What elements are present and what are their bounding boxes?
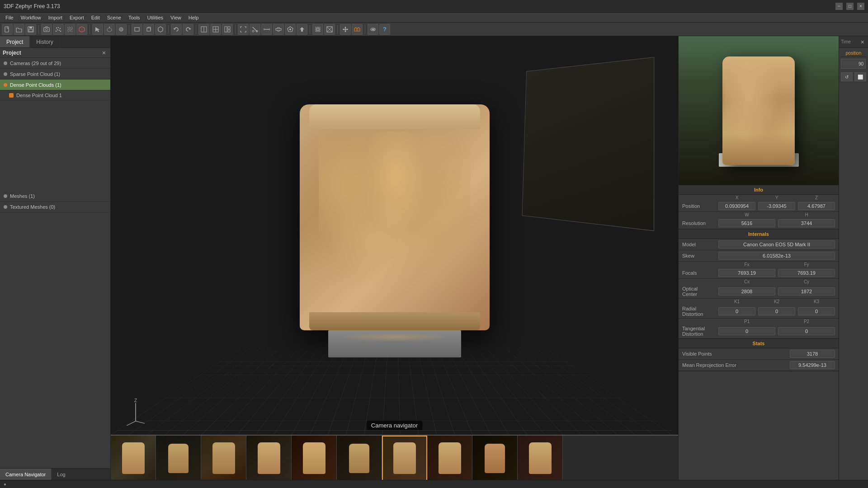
menu-workflow[interactable]: Workflow [17,14,45,21]
tree-meshes[interactable]: Meshes (1) [0,191,110,202]
thumb-sculpture-6 [349,444,369,473]
svg-line-71 [136,421,145,423]
menu-utilities[interactable]: Utilities [144,14,167,21]
toolbar-camera-icon-btn[interactable] [352,24,363,35]
camera-thumb-1[interactable] [111,436,156,480]
viewport-area: Z Camera navigator [111,36,678,480]
thumb-sculpture-7 [393,442,416,474]
toolbar-help-btn[interactable]: ? [379,24,390,35]
svg-point-32 [120,28,122,30]
toolbar-redo-btn[interactable] [183,24,193,35]
toolbar-sep-2 [90,25,90,34]
toolbar-mask-btn[interactable] [368,24,378,35]
tangential-headers: P1 P2 [679,319,839,324]
toolbar-select-btn[interactable] [92,24,103,35]
viewport-3d[interactable]: Z Camera navigator [111,36,678,435]
tab-camera-navigator[interactable]: Camera Navigator [0,469,52,480]
svg-point-17 [68,28,69,29]
right-panel: Info X Y Z Position 0.0930954 -3.09345 4… [678,36,839,480]
toolbar-move-btn[interactable] [340,24,351,35]
dense-cloud-1-label: Dense Point Cloud 1 [16,93,62,98]
menu-scene[interactable]: Scene [104,14,125,21]
camera-thumb-4[interactable] [246,436,292,480]
camera-thumb-7[interactable] [382,436,427,480]
menu-view[interactable]: View [167,14,185,21]
menu-file[interactable]: File [2,14,17,21]
far-right-value-input[interactable] [841,59,866,69]
camera-thumb-10[interactable] [518,436,563,480]
toolbar-open-btn[interactable] [14,24,24,35]
camera-thumb-6[interactable] [337,436,382,480]
k2-header: K2 [758,299,795,304]
far-rotate-btn[interactable]: ↺ [841,72,853,81]
toolbar-save-btn[interactable] [25,24,36,35]
toolbar-sep-4 [168,25,169,34]
toolbar-fit-btn[interactable] [238,24,249,35]
toolbar-scale-btn[interactable] [273,24,284,35]
toolbar-lasso-btn[interactable] [104,24,115,35]
camera-thumb-2[interactable] [156,436,201,480]
toolbar-measure-btn[interactable] [261,24,272,35]
toolbar-new-btn[interactable] [2,24,13,35]
toolbar-box-btn[interactable] [143,24,154,35]
focals-label: Focals [682,270,718,276]
toolbar-rect-btn[interactable] [132,24,142,35]
thumb-img-10 [518,436,562,480]
tree-textured-meshes[interactable]: Textured Meshes (0) [0,202,110,212]
toolbar-sep-1 [38,25,39,34]
menu-tools[interactable]: Tools [125,14,144,21]
far-right-content: position ↺ ⬜ [839,48,868,480]
tab-project[interactable]: Project [0,36,30,47]
visible-points-row: Visible Points 3178 [679,348,839,360]
menu-edit[interactable]: Edit [88,14,104,21]
model-value: Canon Canon EOS 5D Mark II [718,240,835,249]
w-header: W [718,212,775,217]
tree-cameras[interactable]: Cameras (29 out of 29) [0,58,110,69]
tree-dense-cloud-1[interactable]: Dense Point Cloud 1 [0,90,110,100]
toolbar-stop-btn[interactable]: ! [76,24,87,35]
far-right-inputs [841,59,866,69]
camera-preview-img [679,36,839,185]
camera-thumb-8[interactable] [427,436,472,480]
resolution-label: Resolution [682,221,718,226]
project-close-btn[interactable]: × [100,50,108,56]
toolbar-paint-btn[interactable] [116,24,127,35]
toolbar-view1-btn[interactable] [198,24,209,35]
camera-thumb-9[interactable] [472,436,518,480]
tab-log[interactable]: Log [52,469,71,480]
optical-cx-value: 2808 [718,287,775,296]
camera-thumb-3[interactable] [201,436,246,480]
p2-header: P2 [778,319,835,324]
toolbar-filter-btn[interactable] [297,24,307,35]
close-button[interactable]: × [857,3,864,10]
toolbar-ortho-btn[interactable] [324,24,335,35]
far-square-btn[interactable]: ⬜ [854,72,866,81]
toolbar-dense-btn[interactable] [65,24,75,35]
menu-export[interactable]: Export [66,14,88,21]
toolbar-cut-btn[interactable] [250,24,260,35]
tree-sparse-cloud[interactable]: Sparse Point Cloud (1) [0,69,110,80]
toolbar-undo-btn[interactable] [171,24,182,35]
minimize-button[interactable]: − [835,3,843,10]
tab-history[interactable]: History [30,36,60,47]
toolbar-gcp-btn[interactable] [285,24,296,35]
focals-values: 7693.19 7693.19 [718,269,835,277]
camera-thumb-5[interactable] [292,436,337,480]
svg-point-21 [67,30,68,31]
svg-point-31 [119,28,123,31]
toolbar-cameras-btn[interactable] [41,24,52,35]
toolbar-view3-btn[interactable] [222,24,233,35]
toolbar-sparse-btn[interactable] [53,24,64,35]
k1-value: 0 [718,307,755,315]
toolbar-clipping-btn[interactable] [312,24,323,35]
menu-help[interactable]: Help [185,14,203,21]
tree-dense-clouds[interactable]: Dense Point Clouds (1) [0,80,110,90]
svg-point-5 [46,28,48,31]
far-right-close-btn[interactable]: × [859,39,866,45]
far-right-header: Time × [839,36,868,48]
menu-import[interactable]: Import [45,14,66,21]
svg-rect-4 [44,28,49,32]
maximize-button[interactable]: □ [846,3,854,10]
toolbar-view2-btn[interactable] [210,24,221,35]
toolbar-hexagon-btn[interactable] [155,24,166,35]
